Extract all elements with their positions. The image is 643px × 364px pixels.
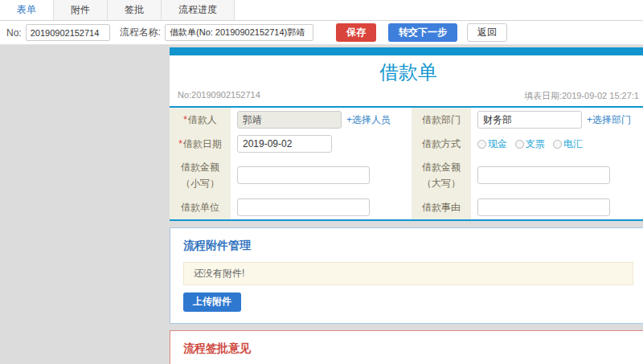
department-label: 借款部门: [412, 108, 471, 132]
loan-method-radio-group: 现金 支票 电汇: [477, 137, 583, 151]
radio-icon: [515, 140, 524, 149]
radio-cash[interactable]: 现金: [477, 137, 507, 151]
form-number: No:20190902152714: [178, 90, 260, 102]
loan-date-input[interactable]: [237, 135, 332, 153]
loan-reason-label: 借款事由: [412, 195, 471, 219]
tab-approval[interactable]: 签批: [108, 0, 162, 20]
borrower-input[interactable]: [237, 111, 342, 129]
action-toolbar: No: 流程名称: 保存 转交下一步 返回: [0, 21, 643, 45]
loan-unit-input[interactable]: [237, 198, 370, 216]
attachments-heading: 流程附件管理: [183, 239, 633, 253]
select-person-link[interactable]: +选择人员: [346, 113, 391, 127]
no-attachments-alert: 还没有附件!: [183, 262, 633, 285]
radio-icon: [477, 140, 486, 149]
back-button[interactable]: 返回: [467, 23, 507, 42]
approval-heading: 流程签批意见: [183, 342, 633, 356]
no-label: No:: [6, 27, 22, 39]
department-input[interactable]: [477, 111, 582, 129]
form-title: 借款单: [170, 55, 643, 87]
borrower-label: *借款人: [170, 108, 231, 132]
radio-cheque[interactable]: 支票: [515, 137, 545, 151]
process-name-input[interactable]: [165, 24, 313, 41]
amount-lowercase-label: 借款金额（小写）: [170, 156, 231, 195]
tab-bar: 表单 附件 签批 流程进度: [0, 0, 643, 21]
form-meta-row: No:20190902152714 填表日期:2019-09-02 15:27:…: [170, 87, 643, 106]
save-button[interactable]: 保存: [336, 23, 376, 42]
loan-form-panel: 借款单 No:20190902152714 填表日期:2019-09-02 15…: [170, 47, 643, 221]
amount-lowercase-input[interactable]: [237, 166, 370, 184]
required-mark: *: [178, 138, 182, 149]
panel-top-accent-bar: [170, 47, 643, 55]
radio-wire[interactable]: 电汇: [553, 137, 583, 151]
loan-date-label: *借款日期: [170, 132, 231, 156]
loan-form-table: *借款人 +选择人员 借款部门 +选择部门 *借款日期 借款方式: [170, 106, 643, 221]
required-mark: *: [183, 114, 187, 125]
forward-next-step-button[interactable]: 转交下一步: [388, 23, 457, 42]
radio-icon: [553, 140, 562, 149]
tab-attachments[interactable]: 附件: [54, 0, 108, 20]
attachments-panel: 流程附件管理 还没有附件! 上传附件: [170, 227, 643, 324]
approval-comments-panel: 流程签批意见 B I abc: [170, 330, 643, 364]
tab-progress[interactable]: 流程进度: [162, 0, 235, 20]
page-content: 借款单 No:20190902152714 填表日期:2019-09-02 15…: [0, 45, 643, 364]
form-fill-date: 填表日期:2019-09-02 15:27:1: [524, 90, 639, 102]
loan-unit-label: 借款单位: [170, 195, 231, 219]
no-input[interactable]: [26, 24, 110, 41]
select-department-link[interactable]: +选择部门: [587, 113, 631, 127]
process-name-label: 流程名称:: [120, 26, 161, 39]
loan-reason-input[interactable]: [477, 198, 610, 216]
tab-form[interactable]: 表单: [0, 0, 54, 20]
amount-uppercase-label: 借款金额（大写）: [412, 156, 471, 195]
upload-attachment-button[interactable]: 上传附件: [183, 292, 241, 312]
loan-method-label: 借款方式: [412, 132, 471, 156]
amount-uppercase-input[interactable]: [477, 166, 610, 184]
